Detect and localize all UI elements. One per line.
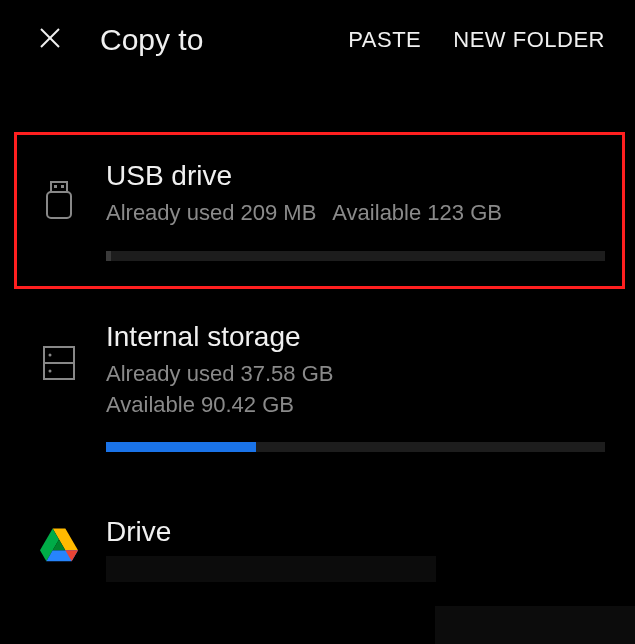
progress-fill — [106, 442, 256, 452]
header-actions: PASTE NEW FOLDER — [348, 27, 605, 53]
svg-rect-3 — [54, 185, 57, 188]
new-folder-button[interactable]: NEW FOLDER — [453, 27, 605, 53]
redacted-text — [106, 556, 436, 582]
storage-stats: Already used 37.58 GB Available 90.42 GB — [106, 359, 605, 421]
storage-title: Drive — [106, 516, 605, 548]
storage-title: Internal storage — [106, 321, 605, 353]
google-drive-icon — [40, 520, 78, 568]
storage-item-drive[interactable]: Drive — [0, 496, 635, 602]
usb-icon — [40, 178, 78, 226]
svg-rect-4 — [61, 185, 64, 188]
close-button[interactable] — [30, 22, 70, 59]
storage-list: USB drive Already used 209 MBAvailable 1… — [0, 80, 635, 602]
progress-bar — [106, 442, 605, 452]
storage-used: Already used 209 MB — [106, 200, 316, 225]
page-title: Copy to — [100, 23, 348, 57]
storage-available: Available 123 GB — [332, 200, 502, 225]
disk-icon — [40, 339, 78, 387]
storage-available: Available 90.42 GB — [106, 390, 605, 421]
header: Copy to PASTE NEW FOLDER — [0, 0, 635, 80]
storage-stats: Already used 209 MBAvailable 123 GB — [106, 198, 605, 229]
progress-bar — [106, 251, 605, 261]
storage-content: USB drive Already used 209 MBAvailable 1… — [106, 160, 605, 261]
storage-content: Drive — [106, 516, 605, 582]
progress-fill — [106, 251, 111, 261]
storage-used: Already used 37.58 GB — [106, 359, 605, 390]
storage-item-usb[interactable]: USB drive Already used 209 MBAvailable 1… — [0, 140, 635, 281]
svg-rect-2 — [51, 182, 67, 192]
paste-button[interactable]: PASTE — [348, 27, 421, 53]
redacted-corner — [435, 606, 635, 644]
storage-content: Internal storage Already used 37.58 GB A… — [106, 321, 605, 453]
svg-point-8 — [49, 353, 52, 356]
close-icon — [38, 26, 62, 50]
svg-point-9 — [49, 369, 52, 372]
storage-item-internal[interactable]: Internal storage Already used 37.58 GB A… — [0, 301, 635, 473]
storage-title: USB drive — [106, 160, 605, 192]
svg-rect-5 — [47, 192, 71, 218]
